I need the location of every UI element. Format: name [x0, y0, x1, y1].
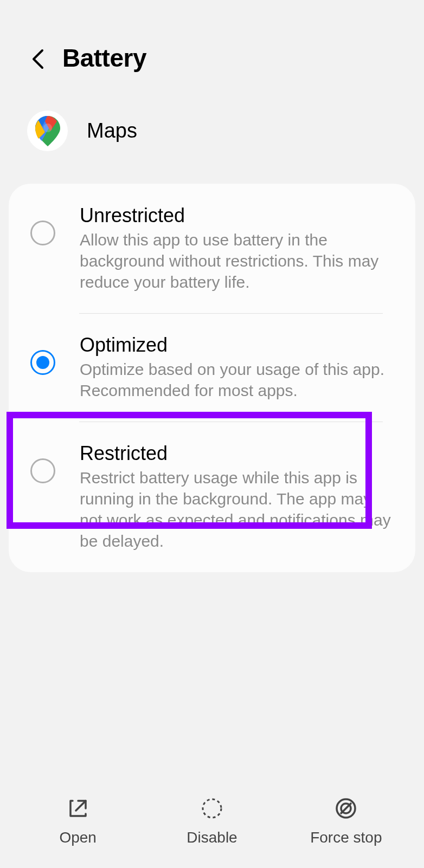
bottom-bar: Open Disable Force stop	[0, 780, 424, 868]
options-card: Unrestricted Allow this app to use batte…	[9, 184, 415, 572]
option-text: Restricted Restrict battery usage while …	[80, 442, 394, 552]
radio-restricted[interactable]	[30, 458, 55, 483]
option-description: Optimize based on your usage of this app…	[80, 359, 394, 401]
app-name: Maps	[87, 119, 137, 142]
page-title: Battery	[62, 43, 146, 73]
disable-icon	[200, 796, 224, 820]
option-description: Allow this app to use battery in the bac…	[80, 229, 394, 293]
option-unrestricted[interactable]: Unrestricted Allow this app to use batte…	[9, 184, 415, 313]
force-stop-button[interactable]: Force stop	[279, 796, 413, 846]
open-icon	[66, 796, 90, 820]
app-icon	[27, 111, 68, 151]
force-stop-label: Force stop	[310, 829, 382, 846]
app-info: Maps	[0, 89, 424, 184]
option-text: Optimized Optimize based on your usage o…	[80, 334, 394, 401]
header: Battery	[0, 0, 424, 89]
force-stop-icon	[334, 796, 358, 820]
option-restricted[interactable]: Restricted Restrict battery usage while …	[9, 422, 415, 572]
radio-optimized[interactable]	[30, 350, 55, 375]
option-title: Unrestricted	[80, 204, 394, 227]
open-label: Open	[59, 829, 97, 846]
radio-unrestricted[interactable]	[30, 221, 55, 245]
disable-button[interactable]: Disable	[145, 796, 279, 846]
option-title: Optimized	[80, 334, 394, 357]
disable-label: Disable	[187, 829, 237, 846]
maps-pin-icon	[35, 116, 60, 146]
option-title: Restricted	[80, 442, 394, 465]
back-button[interactable]	[27, 48, 49, 70]
svg-point-2	[203, 799, 221, 818]
option-optimized[interactable]: Optimized Optimize based on your usage o…	[9, 313, 415, 422]
option-description: Restrict battery usage while this app is…	[80, 467, 394, 552]
svg-point-0	[43, 124, 52, 132]
chevron-left-icon	[31, 48, 44, 70]
open-button[interactable]: Open	[11, 796, 145, 846]
option-text: Unrestricted Allow this app to use batte…	[80, 204, 394, 293]
